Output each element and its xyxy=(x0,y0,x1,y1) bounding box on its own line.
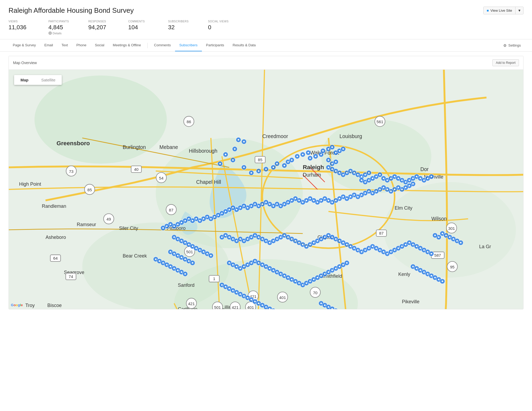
add-report-button[interactable]: Add to Report xyxy=(492,59,519,66)
svg-point-515 xyxy=(273,269,274,271)
tab-results-data[interactable]: Results & Data xyxy=(228,39,260,51)
svg-text:73: 73 xyxy=(69,169,73,174)
svg-point-417 xyxy=(298,242,300,244)
svg-point-139 xyxy=(287,161,289,163)
tab-text[interactable]: Text xyxy=(57,39,72,51)
stat-participants-label: PARTICIPANTS xyxy=(48,20,80,23)
svg-point-447 xyxy=(354,247,355,249)
tab-social[interactable]: Social xyxy=(91,39,109,51)
svg-text:Asheboro: Asheboro xyxy=(45,235,66,240)
svg-point-205 xyxy=(376,176,377,177)
svg-point-141 xyxy=(291,159,293,161)
svg-point-603 xyxy=(416,268,418,269)
svg-text:64: 64 xyxy=(53,256,58,260)
svg-text:Greensboro: Greensboro xyxy=(57,140,90,147)
svg-point-303 xyxy=(291,200,293,201)
svg-point-481 xyxy=(416,246,418,247)
svg-point-229 xyxy=(419,178,421,179)
svg-point-549 xyxy=(335,268,337,269)
svg-point-223 xyxy=(409,180,410,181)
tab-comments[interactable]: Comments xyxy=(150,39,175,51)
svg-point-565 xyxy=(236,292,238,293)
svg-point-495 xyxy=(236,266,238,267)
svg-point-669 xyxy=(181,271,182,273)
svg-point-201 xyxy=(368,180,370,181)
svg-point-601 xyxy=(412,266,414,267)
svg-point-357 xyxy=(192,220,193,222)
tab-participants[interactable]: Participants xyxy=(202,39,228,51)
svg-text:421: 421 xyxy=(232,305,238,309)
map-toggle-map[interactable]: Map xyxy=(14,75,35,85)
svg-point-267 xyxy=(357,196,359,198)
svg-point-503 xyxy=(251,262,252,264)
svg-point-387 xyxy=(243,240,245,242)
svg-point-633 xyxy=(199,249,201,251)
svg-point-199 xyxy=(364,181,366,183)
svg-text:Louisburg: Louisburg xyxy=(339,133,362,139)
svg-point-647 xyxy=(181,257,182,258)
svg-point-271 xyxy=(350,196,351,198)
svg-point-651 xyxy=(188,260,190,262)
map-toggle-satellite[interactable]: Satellite xyxy=(35,75,62,85)
svg-point-143 xyxy=(297,156,298,157)
view-live-dropdown-arrow[interactable]: ▼ xyxy=(516,7,523,14)
svg-point-457 xyxy=(372,246,373,247)
svg-point-307 xyxy=(284,203,285,205)
svg-text:87: 87 xyxy=(169,208,173,212)
svg-point-237 xyxy=(412,183,414,185)
svg-point-355 xyxy=(196,218,197,220)
svg-point-637 xyxy=(206,253,208,255)
svg-point-179 xyxy=(339,172,340,174)
svg-point-393 xyxy=(254,235,256,236)
svg-point-439 xyxy=(339,240,340,242)
tab-meetings-offline[interactable]: Meetings & Offline xyxy=(109,39,145,51)
svg-point-285 xyxy=(324,198,326,200)
view-live-button[interactable]: ■ View Live Site ▼ xyxy=(483,7,523,14)
tabs-left: Page & Survey Email Text Phone Social Me… xyxy=(9,39,260,51)
stat-participants-detail[interactable]: i Details xyxy=(48,31,80,35)
svg-point-559 xyxy=(225,286,226,288)
header: Raleigh Affordable Housing Bond Survey ■… xyxy=(0,0,532,39)
svg-point-455 xyxy=(368,247,370,249)
svg-point-309 xyxy=(280,205,281,207)
settings-label: Settings xyxy=(508,43,521,47)
view-live-main[interactable]: ■ View Live Site xyxy=(484,7,516,14)
svg-point-277 xyxy=(339,198,340,200)
svg-point-263 xyxy=(364,192,366,194)
svg-text:54: 54 xyxy=(159,176,164,180)
svg-point-147 xyxy=(307,152,309,153)
svg-text:587: 587 xyxy=(434,253,441,258)
map-container: Map Satellite xyxy=(9,70,523,309)
svg-point-661 xyxy=(166,264,168,265)
svg-point-561 xyxy=(228,288,230,289)
map-card-header: Map Overview Add to Report xyxy=(9,56,523,70)
svg-point-429 xyxy=(320,238,322,240)
stat-comments: COMMENTS 104 xyxy=(128,20,168,35)
tab-page-survey[interactable]: Page & Survey xyxy=(9,39,40,51)
svg-point-359 xyxy=(188,218,190,220)
svg-point-579 xyxy=(261,304,263,306)
svg-point-287 xyxy=(320,200,322,201)
svg-point-161 xyxy=(335,152,337,153)
svg-point-543 xyxy=(324,273,326,275)
svg-point-259 xyxy=(372,192,373,194)
svg-point-1 xyxy=(35,76,167,164)
svg-point-555 xyxy=(346,262,348,264)
svg-text:85: 85 xyxy=(87,188,92,192)
svg-point-167 xyxy=(328,159,329,161)
svg-point-681 xyxy=(456,240,458,242)
tab-phone[interactable]: Phone xyxy=(72,39,91,51)
tab-subscribers[interactable]: Subscribers xyxy=(175,39,202,51)
svg-point-433 xyxy=(328,235,329,236)
svg-point-491 xyxy=(228,262,230,264)
settings-button[interactable]: ⚙ Settings xyxy=(501,42,523,49)
svg-point-519 xyxy=(280,273,281,275)
svg-point-477 xyxy=(409,242,410,244)
svg-text:Siler City: Siler City xyxy=(119,226,138,231)
svg-text:Randleman: Randleman xyxy=(42,204,66,209)
tab-email[interactable]: Email xyxy=(40,39,57,51)
svg-point-165 xyxy=(342,148,344,150)
svg-text:Ramseur: Ramseur xyxy=(77,222,96,227)
svg-point-221 xyxy=(405,181,406,183)
svg-point-209 xyxy=(383,178,384,179)
